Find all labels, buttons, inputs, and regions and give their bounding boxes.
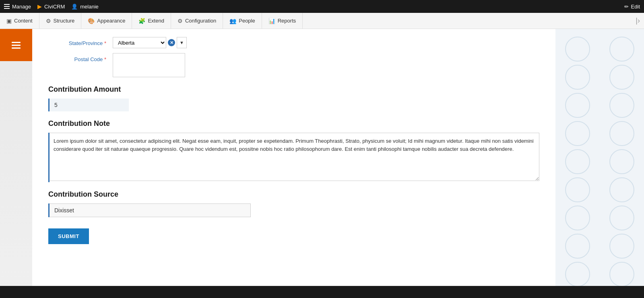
nav-content[interactable]: ▣ Content: [0, 13, 39, 29]
svg-point-6: [566, 121, 590, 146]
svg-point-15: [610, 234, 634, 258]
contribution-note-title: Contribution Note: [48, 119, 539, 128]
bottom-bar: [0, 286, 644, 298]
nav-structure[interactable]: ⚙ Structure: [39, 13, 82, 29]
user-label: melanie: [80, 4, 99, 10]
svg-point-16: [566, 262, 590, 286]
civicrm-label: CiviCRM: [44, 4, 65, 10]
postal-code-input[interactable]: [113, 53, 185, 77]
svg-point-12: [566, 206, 590, 230]
structure-icon: ⚙: [46, 18, 51, 24]
content-icon: ▣: [6, 18, 12, 24]
nav-content-label: Content: [14, 18, 33, 24]
nav-people[interactable]: 👥 People: [223, 13, 262, 29]
state-select[interactable]: Alberta British Columbia Manitoba Ontari…: [113, 37, 166, 48]
nav-edge: |›: [632, 16, 644, 25]
nav-people-label: People: [239, 18, 255, 24]
nav-bar: ▣ Content ⚙ Structure 🎨 Appearance 🧩 Ext…: [0, 13, 644, 29]
nav-appearance[interactable]: 🎨 Appearance: [81, 13, 132, 29]
state-dropdown-button[interactable]: ▼: [177, 37, 187, 48]
svg-point-17: [610, 262, 634, 286]
configuration-icon: ⚙: [178, 18, 183, 24]
nav-extend-label: Extend: [148, 18, 164, 24]
postal-field-row: Postal Code *: [48, 53, 539, 77]
extend-icon: 🧩: [138, 18, 145, 24]
svg-point-3: [610, 65, 634, 89]
sidebar-menu-button[interactable]: [0, 29, 32, 61]
user-menu[interactable]: 👤 melanie: [71, 4, 99, 10]
svg-point-1: [610, 37, 634, 61]
civicrm-logo[interactable]: ▶ CiviCRM: [37, 3, 65, 10]
civicrm-icon: ▶: [37, 3, 42, 10]
svg-point-2: [566, 65, 590, 89]
nav-structure-label: Structure: [54, 18, 75, 24]
state-select-wrapper: Alberta British Columbia Manitoba Ontari…: [113, 37, 187, 48]
contribution-source-title: Contribution Source: [48, 190, 539, 199]
background-pattern: [555, 29, 644, 298]
state-clear-button[interactable]: ✕: [168, 39, 175, 46]
svg-point-9: [610, 150, 634, 174]
nav-appearance-label: Appearance: [97, 18, 125, 24]
user-icon: 👤: [71, 4, 78, 10]
right-panel: [555, 29, 644, 298]
postal-required-star: *: [104, 56, 106, 62]
state-label: State/Province *: [48, 37, 113, 46]
svg-point-0: [566, 37, 590, 61]
reports-icon: 📊: [268, 18, 275, 24]
contribution-amount-title: Contribution Amount: [48, 85, 539, 94]
edit-button[interactable]: ✏ Edit: [624, 4, 640, 10]
postal-label: Postal Code *: [48, 53, 113, 62]
layout: State/Province * Alberta British Columbi…: [0, 29, 644, 298]
state-field-row: State/Province * Alberta British Columbi…: [48, 37, 539, 48]
manage-menu[interactable]: Manage: [4, 4, 31, 10]
nav-reports[interactable]: 📊 Reports: [262, 13, 303, 29]
contribution-amount-field: 5: [48, 99, 129, 111]
svg-point-11: [610, 178, 634, 202]
hamburger-icon: [4, 4, 10, 9]
svg-point-7: [610, 121, 634, 146]
nav-reports-label: Reports: [278, 18, 296, 24]
contribution-source-wrapper: [48, 203, 539, 217]
main-content: State/Province * Alberta British Columbi…: [32, 29, 555, 298]
state-required-star: *: [104, 40, 106, 46]
nav-extend[interactable]: 🧩 Extend: [132, 13, 171, 29]
appearance-icon: 🎨: [88, 18, 95, 24]
svg-point-14: [566, 234, 590, 258]
manage-label: Manage: [12, 4, 31, 10]
contribution-amount-value: 5: [54, 102, 58, 108]
svg-point-13: [610, 206, 634, 230]
svg-point-5: [610, 93, 634, 117]
contribution-note-textarea[interactable]: Lorem ipsum dolor sit amet, consectetur …: [50, 133, 539, 181]
submit-button[interactable]: SUBMIT: [48, 228, 89, 244]
svg-point-10: [566, 178, 590, 202]
top-bar: Manage ▶ CiviCRM 👤 melanie ✏ Edit: [0, 0, 644, 13]
nav-configuration[interactable]: ⚙ Configuration: [171, 13, 223, 29]
edit-label: Edit: [631, 4, 640, 10]
nav-configuration-label: Configuration: [185, 18, 216, 24]
contribution-source-input[interactable]: [50, 203, 251, 217]
contribution-note-wrapper: Lorem ipsum dolor sit amet, consectetur …: [48, 133, 539, 182]
svg-point-4: [566, 93, 590, 117]
pencil-icon: ✏: [624, 4, 629, 10]
svg-point-8: [566, 150, 590, 174]
sidebar-hamburger-icon: [12, 42, 21, 49]
people-icon: 👥: [229, 18, 236, 24]
sidebar: [0, 29, 32, 298]
